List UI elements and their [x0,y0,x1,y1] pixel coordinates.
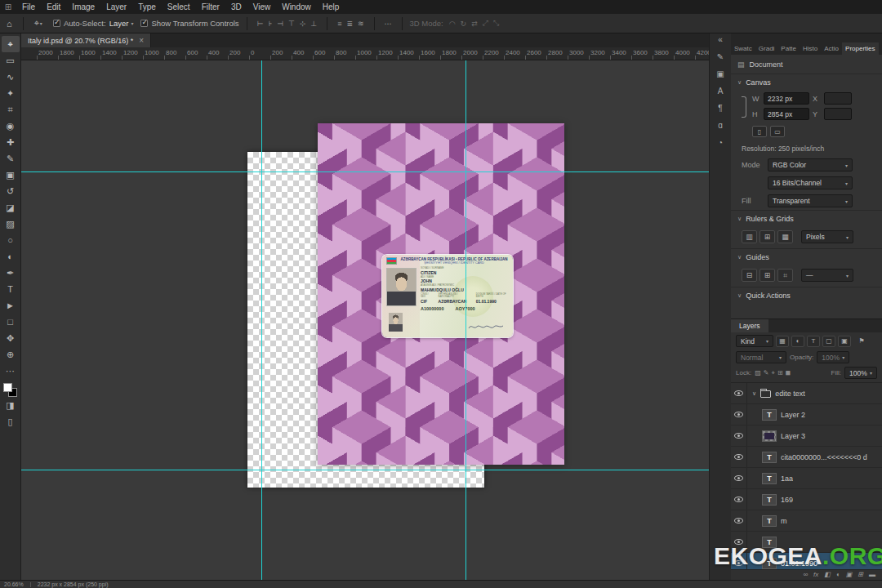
menu-item-window[interactable]: Window [276,0,317,14]
layer-row[interactable]: T169 [731,489,882,510]
y-field[interactable] [824,108,852,120]
visibility-toggle[interactable] [731,404,747,425]
lock-artboard-icon[interactable]: ⊞ [777,369,783,377]
3d-roll-icon[interactable]: ↻ [458,20,470,28]
eyedropper-tool[interactable]: ◉ [2,118,20,134]
glyphs-panel-icon[interactable]: ɑ [718,122,723,130]
link-layers-icon[interactable]: ∞ [803,571,808,579]
pen-tool[interactable]: ✒ [2,265,20,281]
visibility-toggle[interactable] [731,510,747,531]
guide-horizontal-1[interactable] [21,172,709,172]
lasso-tool[interactable]: ∿ [2,69,20,85]
hand-tool[interactable]: ✥ [2,330,20,346]
lock-all-icon[interactable]: ◼ [786,369,791,377]
toggle-snap-icon[interactable]: ▦ [777,230,793,243]
menu-item-edit[interactable]: Edit [41,0,66,14]
3d-scale-icon[interactable]: ⤡ [491,19,501,28]
menu-item-layer[interactable]: Layer [100,0,132,14]
quick-mask-icon[interactable]: ◨ [2,397,20,413]
toggle-grid-icon[interactable]: ⊞ [760,230,775,243]
menu-item-select[interactable]: Select [162,0,196,14]
layer-row[interactable]: Tm [731,510,882,532]
guide-vertical-1[interactable] [261,60,262,580]
canvas[interactable]: AZƏRBAYCAN RESPUBLİKASI • REPUBLIC OF AZ… [21,60,709,580]
type-tool[interactable]: T [2,281,20,297]
auto-select-dropdown[interactable]: Layer ▾ [109,19,134,28]
align-right-icon[interactable]: ⊣ [274,20,286,28]
app-logo-icon[interactable]: ⊞ [0,2,16,11]
distribute-spacing-icon[interactable]: ≋ [355,20,367,28]
units-select[interactable]: Pixels ▾ [801,230,853,243]
layer-style-icon[interactable]: fx [813,571,818,579]
eraser-tool[interactable]: ◪ [2,199,20,216]
zoom-tool[interactable]: ⊕ [2,346,20,363]
x-field[interactable] [824,92,852,105]
visibility-toggle[interactable] [731,489,747,510]
menu-item-image[interactable]: Image [66,0,100,14]
filter-flag-icon[interactable]: ⚑ [855,336,868,347]
show-transform-checkbox[interactable] [140,20,148,27]
clone-source-panel-icon[interactable]: ▣ [716,70,724,78]
screen-mode-icon[interactable]: ▯ [2,413,20,430]
path-selection-tool[interactable]: ► [2,297,20,314]
expand-chevron-icon[interactable]: ∨ [752,390,756,397]
dodge-tool[interactable]: ◐ [2,248,20,265]
fill-field[interactable]: 100% ▾ [844,367,877,379]
menu-item-type[interactable]: Type [132,0,162,14]
menu-item-help[interactable]: Help [317,0,345,14]
menu-item-file[interactable]: File [16,0,41,14]
guides-section-header[interactable]: ∨ Guides [731,248,882,265]
layer-mask-icon[interactable]: ◧ [824,571,831,579]
character-panel-icon[interactable]: A [718,87,724,96]
align-bottom-icon[interactable]: ⊥ [308,20,319,28]
lock-position-icon[interactable]: ⌖ [771,369,775,377]
foreground-color-swatch[interactable] [3,383,12,392]
new-guide-layout-icon[interactable]: ⊞ [760,269,775,282]
healing-brush-tool[interactable]: ✚ [2,134,20,150]
brush-tool[interactable]: ✎ [2,150,20,167]
brush-settings-panel-icon[interactable]: ✎ [717,53,724,61]
rulers-grids-section-header[interactable]: ∨ Rulers & Grids [731,210,882,227]
width-field[interactable]: 2232 px [764,92,809,105]
blend-mode-select[interactable]: Normal ▾ [736,351,786,363]
bit-depth-select[interactable]: 16 Bits/Channel ▾ [768,176,853,189]
panel-tab-actio[interactable]: Actio [821,42,842,55]
quick-actions-section-header[interactable]: ∨ Quick Actions [731,287,882,304]
marquee-tool[interactable]: ▭ [2,52,20,69]
color-swatches[interactable] [3,383,17,397]
move-tool[interactable]: ⌖ [2,36,20,52]
align-left-icon[interactable]: ⊢ [255,20,266,28]
toggle-rulers-icon[interactable]: ▥ [742,230,757,243]
lock-pixels-icon[interactable]: ✎ [764,369,769,377]
panel-tab-patte[interactable]: Patte [777,42,800,55]
layer-row[interactable]: T1aa [731,468,882,489]
tab-layers[interactable]: Layers [731,319,768,332]
close-tab-icon[interactable]: × [139,36,144,45]
visibility-toggle[interactable] [731,425,747,446]
3d-drag-icon[interactable]: ⇄ [469,20,480,28]
panel-tab-histo[interactable]: Histo [800,42,821,55]
collapse-panels-icon[interactable]: « [718,36,723,44]
distribute-horizontal-icon[interactable]: ≣ [344,20,355,28]
history-brush-tool[interactable]: ↺ [2,183,20,199]
distribute-vertical-icon[interactable]: ≡ [335,20,344,28]
link-dimensions-icon[interactable] [742,96,746,118]
document-tab[interactable]: Italy id.psd @ 20.7% (RGB/16) * × [21,33,151,47]
quick-selection-tool[interactable]: ✦ [2,85,20,101]
delete-layer-icon[interactable]: ▬ [869,571,875,579]
menu-item-filter[interactable]: Filter [196,0,225,14]
zoom-level[interactable]: 20.66% [4,581,24,587]
filter-type-layers-icon[interactable]: T [807,336,820,347]
height-field[interactable]: 2854 px [764,108,809,120]
color-mode-select[interactable]: RGB Color ▾ [768,158,853,172]
opacity-field[interactable]: 100% ▾ [817,351,849,363]
blur-tool[interactable]: ○ [2,232,20,248]
document-row[interactable]: ▤ Document [731,55,882,74]
more-options-icon[interactable]: ⋯ [382,20,394,28]
menu-item-view[interactable]: View [247,0,277,14]
crop-tool[interactable]: ⌗ [2,101,20,118]
guide-horizontal-2[interactable] [21,470,709,470]
cube-pattern-image[interactable]: AZƏRBAYCAN RESPUBLİKASI • REPUBLIC OF AZ… [318,123,564,465]
more-tools-icon[interactable]: ⋯ [2,363,20,379]
guide-style-select[interactable]: — ▾ [801,269,853,282]
